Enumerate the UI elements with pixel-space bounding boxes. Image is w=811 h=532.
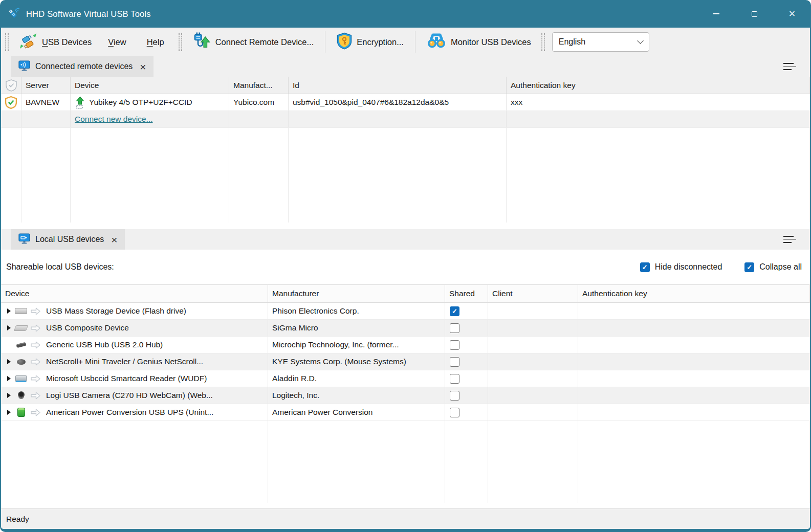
encryption-button[interactable]: Encryption... xyxy=(331,31,410,53)
auth-key-cell xyxy=(578,303,810,319)
toolbar-separator xyxy=(415,31,415,53)
expander-icon[interactable] xyxy=(7,410,11,415)
shared-checkbox[interactable] xyxy=(450,391,459,401)
device-cell: American Power Conversion USB UPS (Unint… xyxy=(1,404,268,420)
maximize-icon xyxy=(752,11,757,17)
column-header-id[interactable]: Id xyxy=(289,77,507,94)
toolbar-grip[interactable] xyxy=(5,33,9,51)
column-header-auth-key[interactable]: Authentication key xyxy=(507,77,810,94)
mouse-icon xyxy=(15,357,27,366)
close-button[interactable]: × xyxy=(773,0,811,28)
remote-tabstrip: Connected remote devices × xyxy=(1,56,810,77)
shared-checkbox[interactable] xyxy=(450,374,459,384)
encryption-label: Encryption... xyxy=(357,37,404,47)
device-name: NetScroll+ Mini Traveler / Genius NetScr… xyxy=(46,357,203,366)
shared-checkbox[interactable] xyxy=(450,323,459,333)
connect-new-device-link[interactable]: Connect new device... xyxy=(75,115,153,124)
collapse-all-option[interactable]: Collapse all xyxy=(744,262,802,272)
server-cell: BAVNEW xyxy=(21,94,71,110)
forward-arrow-icon xyxy=(30,408,41,417)
toolbar-grip[interactable] xyxy=(541,33,545,51)
help-menu[interactable]: Help xyxy=(137,31,174,53)
shared-cell xyxy=(445,320,488,336)
manufacturer-cell: Microchip Technology, Inc. (former... xyxy=(268,337,445,353)
column-header-device[interactable]: Device xyxy=(1,285,268,302)
local-tab-label: Local USB devices xyxy=(35,235,104,244)
column-header-shared[interactable]: Shared xyxy=(445,285,488,302)
maximize-button[interactable] xyxy=(735,0,773,28)
auth-key-cell xyxy=(578,337,810,353)
minimize-button[interactable] xyxy=(697,0,735,28)
shared-checkbox[interactable] xyxy=(450,357,459,367)
shared-cell xyxy=(445,404,488,420)
expander-icon[interactable] xyxy=(7,393,11,398)
table-row[interactable]: Microsoft Usbccid Smartcard Reader (WUDF… xyxy=(1,370,810,387)
collapse-all-checkbox[interactable] xyxy=(744,262,754,272)
tab-connected-remote-devices[interactable]: Connected remote devices × xyxy=(11,56,154,77)
composite-device-icon xyxy=(15,323,27,332)
column-header-manufacturer[interactable]: Manufacturer xyxy=(268,285,445,302)
device-name: American Power Conversion USB UPS (Unint… xyxy=(46,408,213,417)
table-row[interactable]: USB Composite Device SiGma Micro xyxy=(1,320,810,337)
column-header-manufacturer[interactable]: Manufact... xyxy=(229,77,289,94)
share-device-icon xyxy=(75,96,85,109)
toolbar-separator xyxy=(325,31,325,53)
binoculars-icon xyxy=(427,33,446,51)
table-row[interactable]: Logi USB Camera (C270 HD WebCam) (Web...… xyxy=(1,387,810,404)
local-tab-icon xyxy=(18,233,30,246)
usb-devices-icon xyxy=(19,32,37,52)
auth-key-cell xyxy=(578,353,810,370)
local-table-header: Device Manufacturer Shared Client Authen… xyxy=(1,284,810,303)
table-row[interactable]: Generic USB Hub (USB 2.0 Hub) Microchip … xyxy=(1,337,810,353)
toolbar: USB Devices View Help xyxy=(1,28,810,56)
expander-icon[interactable] xyxy=(7,359,11,364)
device-name: Yubikey 4/5 OTP+U2F+CCID xyxy=(89,98,192,107)
device-name: Generic USB Hub (USB 2.0 Hub) xyxy=(46,340,163,349)
connect-remote-device-button[interactable]: Connect Remote Device... xyxy=(186,31,320,53)
local-tabstrip: Local USB devices × xyxy=(1,229,810,250)
usb-hub-icon xyxy=(15,340,27,349)
device-name: Microsoft Usbccid Smartcard Reader (WUDF… xyxy=(46,374,207,383)
remote-devices-panel: Server Device Manufact... Id Authenticat… xyxy=(1,77,810,229)
window-frame: USB Devices View Help xyxy=(1,28,810,529)
connect-remote-device-label: Connect Remote Device... xyxy=(215,37,314,47)
manufacturer-cell: Aladdin R.D. xyxy=(268,370,445,387)
collapse-all-label: Collapse all xyxy=(759,262,802,272)
column-header-client[interactable]: Client xyxy=(488,285,578,302)
local-devices-panel: Shareable local USB devices: Hide discon… xyxy=(1,250,810,508)
remote-table-row[interactable]: BAVNEW Yubikey 4/5 OTP+U2F+CCID Yubico.c… xyxy=(1,94,810,111)
smartcard-reader-icon xyxy=(15,374,27,383)
tab-local-usb-devices[interactable]: Local USB devices × xyxy=(11,229,125,250)
table-row[interactable]: USB Mass Storage Device (Flash drive) Ph… xyxy=(1,303,810,320)
expander-icon[interactable] xyxy=(7,325,11,330)
manufacturer-cell: Phison Electronics Corp. xyxy=(268,303,445,319)
shared-checkbox[interactable] xyxy=(450,340,459,350)
monitor-usb-devices-button[interactable]: Monitor USB Devices xyxy=(421,31,537,53)
forward-arrow-icon xyxy=(30,341,41,349)
language-select[interactable]: English xyxy=(552,32,649,52)
panel-menu-icon[interactable] xyxy=(783,236,797,243)
hide-disconnected-checkbox[interactable] xyxy=(640,262,650,272)
shared-checkbox[interactable] xyxy=(450,306,459,316)
column-header-server[interactable]: Server xyxy=(21,77,71,94)
local-table-empty-area xyxy=(1,421,810,503)
panel-menu-icon[interactable] xyxy=(783,63,797,70)
shared-checkbox[interactable] xyxy=(450,408,459,417)
column-header-device[interactable]: Device xyxy=(71,77,229,94)
toolbar-grip[interactable] xyxy=(179,33,182,51)
hide-disconnected-option[interactable]: Hide disconnected xyxy=(640,262,722,272)
remote-table-empty-area xyxy=(1,128,810,223)
table-row[interactable]: American Power Conversion USB UPS (Unint… xyxy=(1,404,810,421)
tab-close-icon[interactable]: × xyxy=(111,234,117,245)
column-header-auth-key[interactable]: Authentication key xyxy=(578,285,810,302)
usb-devices-menu[interactable]: USB Devices xyxy=(13,31,98,53)
view-menu[interactable]: View xyxy=(98,31,136,53)
table-row[interactable]: NetScroll+ Mini Traveler / Genius NetScr… xyxy=(1,353,810,370)
auth-key-cell xyxy=(578,370,810,387)
client-cell xyxy=(488,303,578,319)
client-cell xyxy=(488,404,578,420)
view-menu-label: View xyxy=(108,37,126,47)
expander-icon[interactable] xyxy=(7,376,11,381)
tab-close-icon[interactable]: × xyxy=(140,61,146,72)
expander-icon[interactable] xyxy=(7,308,11,314)
